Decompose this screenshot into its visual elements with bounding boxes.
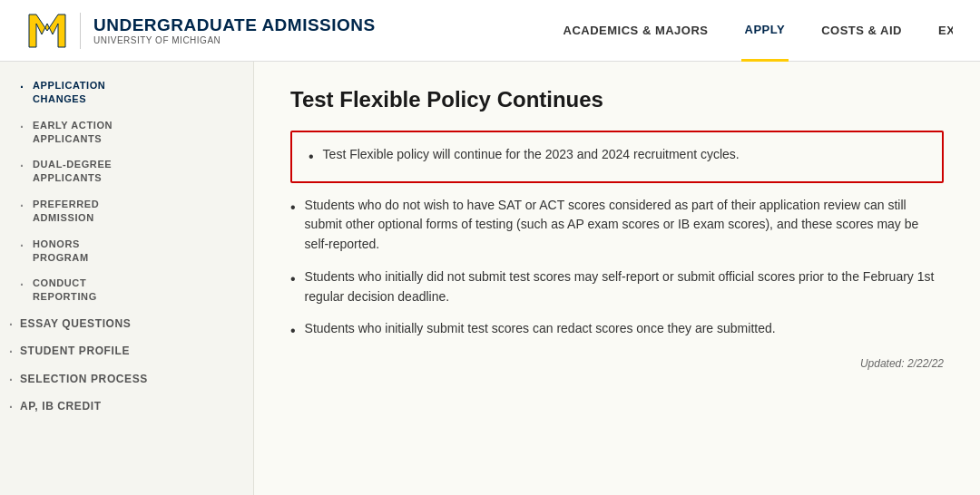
main-nav: ACADEMICS & MAJORS APPLY COSTS & AID EX — [560, 0, 953, 61]
sidebar-item-selection-process[interactable]: SELECTION PROCESS — [0, 365, 253, 393]
nav-apply[interactable]: APPLY — [741, 0, 789, 62]
nav-more[interactable]: EX — [935, 0, 953, 62]
highlight-bullet-text: Test Flexible policy will continue for t… — [323, 145, 740, 165]
sidebar-item-conduct-reporting[interactable]: CONDUCTREPORTING — [0, 270, 253, 310]
bullet-text-2: Students who initially did not submit te… — [305, 267, 944, 306]
bullet-item-1: Students who do not wish to have SAT or … — [290, 196, 944, 255]
bullet-item-3: Students who initially submit test score… — [290, 319, 944, 343]
highlight-list: Test Flexible policy will continue for t… — [309, 145, 926, 169]
sidebar-item-essay-questions[interactable]: ESSAY QUESTIONS — [0, 310, 253, 337]
michigan-m-logo — [27, 11, 67, 51]
site-subtitle: UNIVERSITY OF MICHIGAN — [93, 35, 376, 45]
sidebar: APPLICATIONCHANGES EARLY ACTIONAPPLICANT… — [0, 62, 254, 495]
bullet-text-3: Students who initially submit test score… — [305, 319, 776, 339]
updated-date: Updated: 2/22/22 — [290, 357, 944, 370]
header-left: UNDERGRADUATE ADMISSIONS UNIVERSITY OF M… — [27, 11, 376, 51]
nav-costs[interactable]: COSTS & AID — [818, 0, 906, 62]
sidebar-item-student-profile[interactable]: STUDENT PROFILE — [0, 337, 253, 364]
header: UNDERGRADUATE ADMISSIONS UNIVERSITY OF M… — [0, 0, 980, 62]
content-bullet-list: Students who do not wish to have SAT or … — [290, 196, 944, 343]
bullet-text-1: Students who do not wish to have SAT or … — [305, 196, 944, 255]
highlight-box: Test Flexible policy will continue for t… — [290, 131, 944, 183]
sidebar-item-application-changes[interactable]: APPLICATIONCHANGES — [0, 73, 253, 112]
bullet-item-2: Students who initially did not submit te… — [290, 267, 944, 306]
sidebar-item-early-action[interactable]: EARLY ACTIONAPPLICANTS — [0, 112, 253, 152]
sidebar-item-ap-ib[interactable]: AP, IB CREDIT — [0, 393, 253, 420]
sidebar-item-preferred-admission[interactable]: PREFERREDADMISSION — [0, 191, 253, 231]
main-layout: APPLICATIONCHANGES EARLY ACTIONAPPLICANT… — [0, 62, 980, 495]
sidebar-item-dual-degree[interactable]: DUAL-DEGREEAPPLICANTS — [0, 151, 253, 191]
header-divider — [80, 13, 81, 49]
sidebar-item-honors-program[interactable]: HONORSPROGRAM — [0, 231, 253, 271]
highlight-bullet-item: Test Flexible policy will continue for t… — [309, 145, 926, 169]
site-title: UNDERGRADUATE ADMISSIONS — [93, 15, 376, 36]
nav-academics[interactable]: ACADEMICS & MAJORS — [560, 0, 712, 62]
content-area: Test Flexible Policy Continues Test Flex… — [254, 62, 980, 495]
header-title-block: UNDERGRADUATE ADMISSIONS UNIVERSITY OF M… — [93, 15, 376, 46]
page-title: Test Flexible Policy Continues — [290, 87, 944, 112]
